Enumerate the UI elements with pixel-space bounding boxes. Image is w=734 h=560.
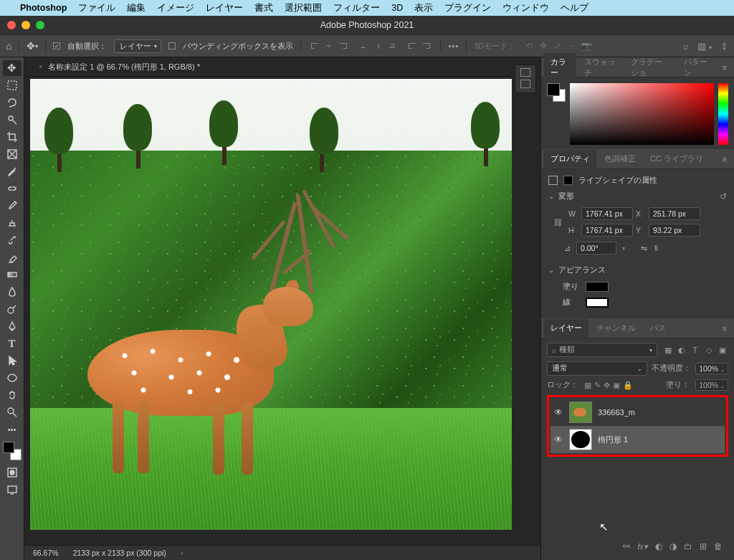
menu-plugin[interactable]: プラグイン [444, 2, 491, 14]
visibility-icon[interactable]: 👁 [553, 435, 563, 445]
filter-pixel-icon[interactable]: ▦ [662, 344, 674, 356]
document-dims[interactable]: 2133 px x 2133 px (300 ppi) [73, 549, 166, 557]
blend-mode-dropdown[interactable]: 通常⌄ [547, 361, 647, 376]
menu-window[interactable]: ウィンドウ [502, 2, 549, 14]
auto-select-checkbox[interactable]: ✓ [53, 42, 60, 49]
y-input[interactable] [649, 224, 700, 237]
new-layer-icon[interactable]: ⊞ [700, 541, 707, 551]
color-field[interactable] [570, 83, 714, 145]
zoom-tool[interactable] [3, 404, 22, 420]
layer-group-icon[interactable]: 🗀 [684, 541, 692, 551]
fill-opacity-input[interactable]: 100% ⌄ [695, 379, 728, 391]
path-select-tool[interactable] [3, 353, 22, 369]
lasso-tool[interactable] [3, 95, 22, 110]
lock-artboard-icon[interactable]: ▣ [613, 381, 620, 390]
marquee-tool[interactable] [3, 77, 22, 93]
distribute-h-icon[interactable]: ⫍ [406, 39, 419, 52]
menu-view[interactable]: 表示 [414, 2, 433, 14]
share-icon[interactable]: ⇪ [720, 41, 728, 52]
zoom-level[interactable]: 66.67% [33, 549, 59, 557]
document-tab[interactable]: × 名称未設定 1 @ 66.7% (楕円形 1, RGB/8) * [24, 57, 540, 77]
lock-position-icon[interactable]: ✥ [604, 381, 610, 390]
blur-tool[interactable] [3, 284, 22, 300]
lock-all-icon[interactable]: 🔒 [623, 381, 633, 390]
panel-menu-icon[interactable]: ≡ [718, 63, 731, 72]
collapsed-panel-dock[interactable] [515, 65, 536, 93]
hand-tool[interactable] [3, 387, 22, 403]
maximize-button[interactable] [36, 21, 44, 29]
layer-thumbnail[interactable] [569, 402, 592, 423]
hue-slider[interactable] [718, 83, 728, 145]
appearance-section-label[interactable]: アピアランス [558, 265, 606, 275]
eraser-tool[interactable] [3, 250, 22, 265]
canvas-viewport[interactable] [24, 77, 540, 545]
layer-name[interactable]: 楕円形 1 [598, 435, 628, 445]
healing-tool[interactable] [3, 181, 22, 196]
layer-row[interactable]: 👁 336663_m [550, 399, 725, 426]
x-input[interactable] [649, 207, 700, 220]
pen-tool[interactable] [3, 318, 22, 334]
gradient-tool[interactable] [3, 267, 22, 283]
quick-select-tool[interactable] [3, 112, 22, 128]
tab-properties[interactable]: プロパティ [544, 150, 596, 168]
app-name[interactable]: Photoshop [20, 3, 67, 13]
foreground-background-swatch[interactable] [3, 442, 22, 460]
menu-help[interactable]: ヘルプ [561, 2, 588, 14]
layer-row[interactable]: 👁 楕円形 1 [550, 426, 725, 453]
lock-pixels-icon[interactable]: ✎ [594, 381, 601, 390]
menu-file[interactable]: ファイル [78, 2, 115, 14]
align-middle-icon[interactable]: ⫞ [371, 39, 384, 52]
lock-transparency-icon[interactable]: ▦ [584, 381, 591, 390]
history-brush-tool[interactable] [3, 232, 22, 248]
edit-toolbar[interactable]: ••• [3, 422, 22, 437]
fill-swatch[interactable] [586, 282, 609, 292]
reset-icon[interactable]: ↺ [720, 191, 727, 201]
frame-tool[interactable] [3, 146, 22, 162]
filter-adjust-icon[interactable]: ◐ [675, 344, 687, 356]
move-tool[interactable]: ✥ [3, 60, 22, 76]
home-icon[interactable]: ⌂ [6, 40, 11, 52]
distribute-v-icon[interactable]: ⫎ [420, 39, 433, 52]
menu-3d[interactable]: 3D [391, 3, 403, 13]
panel-menu-icon[interactable]: ≡ [718, 155, 731, 163]
layer-thumbnail[interactable] [569, 429, 592, 450]
stroke-swatch[interactable] [586, 298, 609, 308]
angle-input[interactable] [576, 242, 616, 255]
width-input[interactable] [581, 207, 633, 220]
filter-shape-icon[interactable]: ◇ [702, 344, 715, 356]
align-top-icon[interactable]: ⫠ [357, 39, 370, 52]
filter-type-icon[interactable]: T [689, 344, 701, 356]
minimize-button[interactable] [22, 21, 30, 29]
panel-menu-icon[interactable]: ≡ [718, 324, 731, 333]
quick-mask-icon[interactable] [3, 465, 22, 480]
align-right-icon[interactable]: ⫎ [337, 39, 350, 52]
height-input[interactable] [581, 224, 633, 237]
type-tool[interactable]: T [3, 336, 22, 351]
layer-name[interactable]: 336663_m [598, 408, 635, 417]
link-layers-icon[interactable]: ⚯ [623, 541, 630, 551]
menu-type[interactable]: 書式 [254, 2, 273, 14]
tab-layers[interactable]: レイヤー [544, 319, 588, 337]
dodge-tool[interactable] [3, 301, 22, 317]
dock-icon[interactable] [520, 68, 530, 77]
bbox-checkbox[interactable] [168, 42, 176, 49]
flip-v-icon[interactable]: ⥮ [653, 244, 659, 253]
dock-icon[interactable] [520, 80, 530, 88]
menu-select[interactable]: 選択範囲 [285, 2, 322, 14]
shape-tool[interactable] [3, 370, 22, 386]
tab-channels[interactable]: チャンネル [590, 319, 642, 337]
close-button[interactable] [7, 21, 16, 29]
delete-layer-icon[interactable]: 🗑 [714, 541, 723, 551]
opacity-input[interactable]: 100% ⌄ [695, 363, 728, 374]
flip-h-icon[interactable]: ⇋ [641, 244, 647, 253]
screen-mode-icon[interactable] [3, 482, 22, 498]
layer-filter-dropdown[interactable]: ⌕種類 ▾ [547, 343, 657, 357]
search-icon[interactable]: ⌕ [683, 41, 689, 52]
layer-mask-icon[interactable]: ◐ [655, 541, 662, 551]
crop-tool[interactable] [3, 129, 22, 145]
menu-edit[interactable]: 編集 [127, 2, 146, 14]
filter-smart-icon[interactable]: ▣ [716, 344, 728, 356]
link-wh-icon[interactable]: ⛓ [553, 218, 563, 227]
auto-select-dropdown[interactable]: レイヤー▾ [114, 39, 161, 53]
canvas-image[interactable] [30, 79, 512, 530]
